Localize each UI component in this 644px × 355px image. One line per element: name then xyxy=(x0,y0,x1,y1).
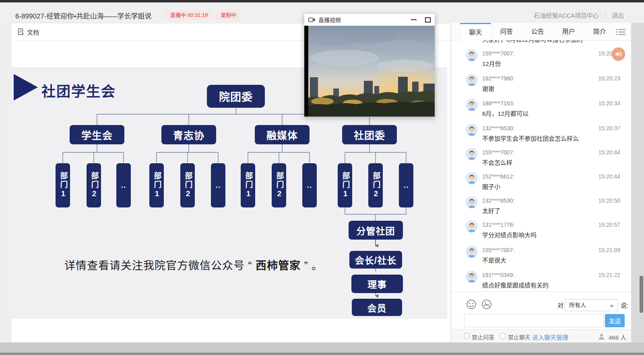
org-node-dept: .. xyxy=(116,163,131,207)
forbid-qa-checkbox[interactable] xyxy=(464,333,469,339)
chat-message-list[interactable]: 大家好，6月和12月都可以报名参加的 155****7007: 15:20:18… xyxy=(452,40,631,291)
chat-message-user: 132****6530: xyxy=(482,197,514,204)
image-upload-icon[interactable] xyxy=(481,299,492,310)
chat-message-user: 152****6612: xyxy=(482,173,514,180)
avatar xyxy=(466,271,478,283)
avatar xyxy=(466,172,478,184)
chat-message-time: 15:20:57 xyxy=(599,222,621,228)
org-node-chain: 会员 xyxy=(352,299,402,316)
online-users-icon xyxy=(598,334,605,340)
org-node-branch: 融媒体 xyxy=(255,125,310,144)
org-node-root: 院团委 xyxy=(207,85,265,108)
chat-message-input[interactable] xyxy=(464,314,604,327)
minimize-icon[interactable] xyxy=(411,19,417,20)
maximize-icon[interactable] xyxy=(425,17,431,23)
video-window-titlebar[interactable]: 直播视频 xyxy=(304,14,435,26)
video-frame-sunset-city xyxy=(304,26,435,117)
chat-message-text: 不会怎么样 xyxy=(482,158,512,166)
tab-users[interactable]: 用户 xyxy=(553,23,584,41)
slide-title-arrow-icon xyxy=(14,74,38,101)
org-node-branch: 青志协 xyxy=(161,125,216,144)
live-video-window: 直播视频 xyxy=(304,13,435,117)
page-bottom-edge xyxy=(0,353,644,355)
document-icon xyxy=(17,28,25,35)
chat-message-text: 谢谢 xyxy=(482,84,494,92)
chat-message-text: 圈子小 xyxy=(482,182,500,191)
sound-notification-badge[interactable] xyxy=(612,47,625,61)
org-node-dept: 部门1 xyxy=(241,163,255,207)
chat-message-text: 不是很大 xyxy=(482,256,506,264)
chat-message-time: 15:20:44 xyxy=(599,173,621,180)
live-status-badge: 直播中 00:31:19 xyxy=(165,10,213,20)
org-node-dept: 部门2 xyxy=(368,163,383,207)
avatar xyxy=(466,148,478,160)
chat-panel: 聊天 问答 公告 用户 简介 大家好，6月和12月都可以报名参加的 xyxy=(452,23,631,343)
send-button[interactable]: 发送 xyxy=(605,314,625,327)
chat-message-user: 155****7007: xyxy=(482,50,514,57)
chat-message-user: 131****1776: xyxy=(482,222,514,228)
video-window-title: 直播视频 xyxy=(318,16,408,24)
chat-message-user: 155****7007: xyxy=(482,247,514,253)
chat-message-text: 学分对绩点影响大吗 xyxy=(482,230,537,239)
chat-message-user: 132****6530: xyxy=(482,125,514,131)
chat-message-text: 不参加学生会不参加社团会怎么样么 xyxy=(482,134,579,142)
org-node-dept: 部门1 xyxy=(149,163,164,207)
org-node-dept: .. xyxy=(211,163,225,207)
org-node-chain: 理事 xyxy=(351,275,403,293)
chat-message-text: 绩点好像是跟成绩有关的 xyxy=(482,281,549,289)
org-node-dept: .. xyxy=(302,163,317,207)
forbid-chat-label: 禁止聊天 xyxy=(508,333,530,341)
page-bottom-strip xyxy=(0,343,644,353)
emoji-icon[interactable] xyxy=(466,299,477,310)
audience-say-label: 说: xyxy=(621,301,628,309)
chat-message-user: 182****7980: xyxy=(482,75,514,82)
caret-up-icon xyxy=(610,304,614,307)
chat-message-time: 15:20:50 xyxy=(599,197,621,204)
chat-message-time: 15:20:23 xyxy=(599,75,621,82)
org-node-dept: 部门1 xyxy=(338,163,352,207)
org-node-chain: 会长/社长 xyxy=(349,251,402,269)
logout-button[interactable]: 退出 xyxy=(612,11,624,19)
tab-chat[interactable]: 聊天 xyxy=(460,23,491,41)
chat-message-text: 太好了 xyxy=(482,206,500,215)
document-tab-label: 文档 xyxy=(27,28,39,36)
forbid-qa-label: 禁止问答 xyxy=(472,333,494,341)
org-node-dept: 部门2 xyxy=(180,163,195,207)
avatar xyxy=(466,196,478,208)
online-count: 466 人 xyxy=(609,333,626,341)
chat-manage-link[interactable]: 进入聊天管理 xyxy=(532,333,568,341)
chat-composer: 对 所有人 说: 发送 xyxy=(452,291,631,329)
recording-badge: 录制中 xyxy=(216,10,241,20)
tab-announcements[interactable]: 公告 xyxy=(522,23,553,41)
org-node-dept: 部门1 xyxy=(56,163,70,207)
avatar xyxy=(466,220,478,232)
header-divider: | xyxy=(605,12,606,18)
session-title: 6-899027-经管迎你•共赴山海——学长学姐说 xyxy=(15,10,151,21)
org-name: 石油经管ACCA项目中心 xyxy=(534,11,599,19)
chat-message-time: 15:20:44 xyxy=(599,149,621,156)
org-node-dept: 部门2 xyxy=(272,163,286,207)
tab-intro[interactable]: 简介 xyxy=(584,23,615,41)
chat-message-text: 12月份 xyxy=(482,59,501,68)
org-node-dept: 部门2 xyxy=(87,163,101,207)
avatar xyxy=(466,49,478,61)
chat-message-user: 188****7163: xyxy=(482,100,514,107)
avatar xyxy=(466,99,478,111)
avatar xyxy=(466,246,478,258)
avatar xyxy=(466,124,478,136)
chat-message-user: 191****0349: xyxy=(482,272,514,278)
chat-message-time: 15:20:37 xyxy=(599,125,621,131)
forbid-chat-checkbox[interactable] xyxy=(500,333,506,339)
chat-message-user: 155****7007: xyxy=(482,149,514,156)
list-menu-icon[interactable] xyxy=(615,28,626,36)
audience-select[interactable]: 所有人 xyxy=(565,299,618,311)
chat-message-text: 6月，12月都可以 xyxy=(482,109,528,117)
org-node-chain: 分管社团 xyxy=(349,221,403,240)
chat-message-time: 15:20:34 xyxy=(599,100,621,107)
clipped-chat-message: 大家好，6月和12月都可以报名参加的 xyxy=(482,40,583,43)
slide-title: 社团学生会 xyxy=(41,80,116,101)
chat-footer: 禁止问答 禁止聊天 进入聊天管理 466 人 xyxy=(452,329,631,343)
page-scrollbar-thumb[interactable] xyxy=(640,276,643,313)
chat-tab-bar: 聊天 问答 公告 用户 简介 xyxy=(452,23,631,41)
tab-qa[interactable]: 问答 xyxy=(491,23,522,41)
